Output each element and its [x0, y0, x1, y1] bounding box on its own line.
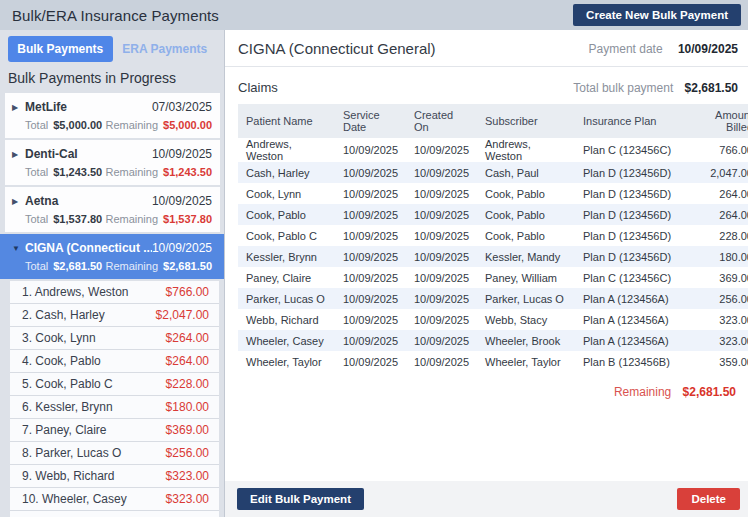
chevron-right-icon[interactable]: ▶ — [12, 103, 25, 112]
claims-heading: Claims — [238, 80, 278, 95]
claims-table-row[interactable]: Wheeler, Taylor 10/09/2025 10/09/2025 Wh… — [238, 351, 748, 372]
cell-created-on: 10/09/2025 — [406, 162, 477, 183]
claims-table-column-header: Patient Name — [238, 104, 335, 138]
sidebar-claim-item[interactable]: 8. Parker, Lucas O $256.00 — [10, 442, 219, 465]
cell-amount-billed: 264.00 — [687, 183, 748, 204]
cell-patient-name: Andrews, Weston — [238, 138, 335, 162]
payment-carrier-name: CIGNA (Connecticut ... — [25, 241, 152, 255]
sidebar-claims-list: 1. Andrews, Weston $766.00 2. Cash, Harl… — [10, 281, 219, 517]
cell-subscriber: Wheeler, Taylor — [477, 351, 575, 372]
claims-table-container: Patient NameService DateCreated OnSubscr… — [238, 104, 738, 372]
claims-section-header: Claims Total bulk payment $2,681.50 — [225, 67, 748, 104]
selected-payment-title: CIGNA (Connecticut General) — [238, 40, 436, 57]
bulk-payment-card[interactable]: ▶ ▼ MetLife 07/03/2025 Total $5,000.00 R… — [5, 93, 220, 138]
sidebar-claim-item[interactable]: 6. Kessler, Brynn $180.00 — [10, 396, 219, 419]
claim-patient-name: 7. Paney, Claire — [22, 423, 107, 437]
cell-service-date: 10/09/2025 — [335, 204, 406, 225]
claims-table-column-header: Subscriber — [477, 104, 575, 138]
cell-subscriber: Cash, Paul — [477, 162, 575, 183]
claims-table-row[interactable]: Wheeler, Casey 10/09/2025 10/09/2025 Whe… — [238, 330, 748, 351]
claims-table-row[interactable]: Paney, Claire 10/09/2025 10/09/2025 Pane… — [238, 267, 748, 288]
cell-subscriber: Cook, Pablo — [477, 183, 575, 204]
total-value: $1,537.80 — [53, 213, 102, 225]
cell-created-on: 10/09/2025 — [406, 288, 477, 309]
sidebar-claim-item[interactable]: 2. Cash, Harley $2,047.00 — [10, 304, 219, 327]
cell-patient-name: Webb, Richard — [238, 309, 335, 330]
sidebar-claim-item[interactable]: 1. Andrews, Weston $766.00 — [10, 281, 219, 304]
sidebar-claim-item[interactable]: 7. Paney, Claire $369.00 — [10, 419, 219, 442]
cell-insurance-plan: Plan C (123456C) — [575, 267, 687, 288]
cell-patient-name: Cook, Pablo — [238, 204, 335, 225]
cell-amount-billed: 369.00 — [687, 267, 748, 288]
total-label: Total — [25, 166, 48, 178]
cell-created-on: 10/09/2025 — [406, 204, 477, 225]
claims-table-column-header: Insurance Plan — [575, 104, 687, 138]
claims-table-row[interactable]: Parker, Lucas O 10/09/2025 10/09/2025 Pa… — [238, 288, 748, 309]
cell-amount-billed: 766.00 — [687, 138, 748, 162]
claim-amount: $323.00 — [166, 469, 209, 483]
claims-table-row[interactable]: Cook, Lynn 10/09/2025 10/09/2025 Cook, P… — [238, 183, 748, 204]
cell-insurance-plan: Plan D (123456D) — [575, 225, 687, 246]
sidebar-claim-item[interactable]: 9. Webb, Richard $323.00 — [10, 465, 219, 488]
sidebar-claim-item[interactable]: 4. Cook, Pablo $264.00 — [10, 350, 219, 373]
cell-subscriber: Kessler, Mandy — [477, 246, 575, 267]
cell-insurance-plan: Plan B (123456B) — [575, 351, 687, 372]
claims-table-row[interactable]: Andrews, Weston 10/09/2025 10/09/2025 An… — [238, 138, 748, 162]
payment-date-label: Payment date — [589, 42, 663, 56]
claims-table-row[interactable]: Cash, Harley 10/09/2025 10/09/2025 Cash,… — [238, 162, 748, 183]
claim-patient-name: 1. Andrews, Weston — [22, 285, 129, 299]
sidebar-claim-item[interactable]: 10. Wheeler, Casey $323.00 — [10, 488, 219, 511]
remaining-value: $1,537.80 — [163, 213, 212, 225]
payment-carrier-name: Aetna — [25, 194, 152, 208]
payments-tab-bar: Bulk Payments ERA Payments — [0, 30, 224, 67]
cell-insurance-plan: Plan A (123456A) — [575, 330, 687, 351]
payments-tab[interactable]: ERA Payments — [113, 36, 218, 62]
cell-insurance-plan: Plan D (123456D) — [575, 204, 687, 225]
cell-patient-name: Parker, Lucas O — [238, 288, 335, 309]
cell-subscriber: Cook, Pablo — [477, 225, 575, 246]
remaining-total-label: Remaining — [614, 385, 671, 399]
total-bulk-payment-group: Total bulk payment $2,681.50 — [573, 81, 738, 95]
claims-table-row[interactable]: Webb, Richard 10/09/2025 10/09/2025 Webb… — [238, 309, 748, 330]
cell-created-on: 10/09/2025 — [406, 309, 477, 330]
cell-insurance-plan: Plan A (123456A) — [575, 288, 687, 309]
chevron-down-icon[interactable]: ▼ — [12, 244, 25, 253]
cell-amount-billed: 228.00 — [687, 225, 748, 246]
bulk-payment-card[interactable]: ▶ ▼ CIGNA (Connecticut ... 10/09/2025 To… — [0, 234, 224, 279]
bulk-payments-in-progress-heading: Bulk Payments in Progress — [0, 67, 224, 93]
payment-detail-panel: CIGNA (Connecticut General) Payment date… — [225, 30, 748, 517]
bulk-payment-card[interactable]: ▶ ▼ Denti-Cal 10/09/2025 Total $1,243.50… — [5, 140, 220, 185]
chevron-right-icon[interactable]: ▶ — [12, 150, 25, 159]
claims-table-row[interactable]: Cook, Pablo C 10/09/2025 10/09/2025 Cook… — [238, 225, 748, 246]
payment-carrier-name: MetLife — [25, 100, 152, 114]
cell-service-date: 10/09/2025 — [335, 351, 406, 372]
cell-service-date: 10/09/2025 — [335, 330, 406, 351]
total-value: $1,243.50 — [53, 166, 102, 178]
chevron-right-icon[interactable]: ▶ — [12, 197, 25, 206]
edit-bulk-payment-button[interactable]: Edit Bulk Payment — [237, 488, 364, 510]
payment-date-value: 10/09/2025 — [678, 42, 738, 56]
remaining-value: $5,000.00 — [163, 119, 212, 131]
claims-table: Patient NameService DateCreated OnSubscr… — [238, 104, 748, 372]
delete-button[interactable]: Delete — [677, 488, 740, 510]
claims-table-row[interactable]: Kessler, Brynn 10/09/2025 10/09/2025 Kes… — [238, 246, 748, 267]
remaining-value: $1,243.50 — [163, 166, 212, 178]
sidebar-claim-item[interactable]: 11. Wheeler, Taylor $359.00 — [10, 511, 219, 517]
claim-amount: $264.00 — [166, 331, 209, 345]
create-new-bulk-payment-button[interactable]: Create New Bulk Payment — [573, 4, 741, 26]
claim-patient-name: 4. Cook, Pablo — [22, 354, 101, 368]
sidebar-claim-item[interactable]: 3. Cook, Lynn $264.00 — [10, 327, 219, 350]
cell-service-date: 10/09/2025 — [335, 225, 406, 246]
payment-carrier-name: Denti-Cal — [25, 147, 152, 161]
bulk-era-insurance-payments-window: Bulk/ERA Insurance Payments Create New B… — [0, 0, 748, 517]
total-bulk-payment-label: Total bulk payment — [573, 81, 673, 95]
claims-table-row[interactable]: Cook, Pablo 10/09/2025 10/09/2025 Cook, … — [238, 204, 748, 225]
cell-service-date: 10/09/2025 — [335, 246, 406, 267]
cell-insurance-plan: Plan A (123456A) — [575, 309, 687, 330]
sidebar-claim-item[interactable]: 5. Cook, Pablo C $228.00 — [10, 373, 219, 396]
claim-patient-name: 8. Parker, Lucas O — [22, 446, 121, 460]
claim-amount: $2,047.00 — [156, 308, 209, 322]
payments-tab[interactable]: Bulk Payments — [8, 36, 113, 62]
bulk-payment-card[interactable]: ▶ ▼ Aetna 10/09/2025 Total $1,537.80 Rem… — [5, 187, 220, 232]
cell-subscriber: Andrews, Weston — [477, 138, 575, 162]
